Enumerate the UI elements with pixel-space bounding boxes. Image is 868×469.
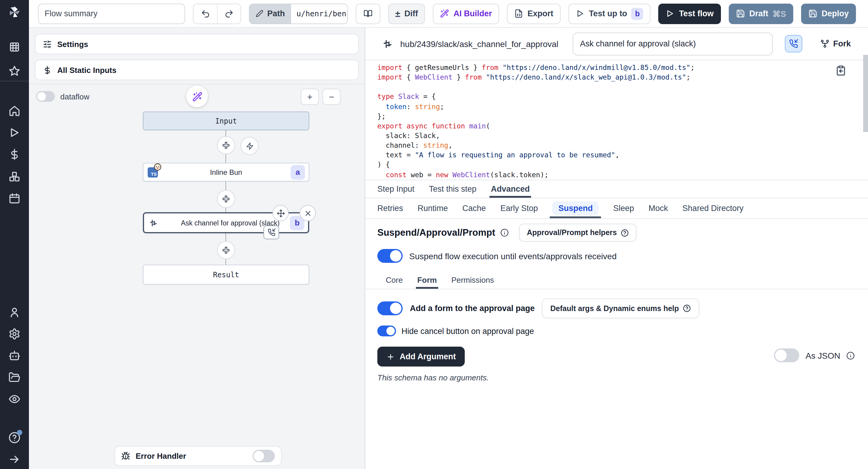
graph-zoom-controls: + − <box>301 89 341 105</box>
path-button[interactable]: Path u/henri/ben <box>249 3 348 24</box>
move-step-handle[interactable] <box>273 205 289 221</box>
dollar-icon <box>43 65 52 74</box>
gear-icon[interactable] <box>8 328 21 340</box>
user-icon[interactable] <box>8 306 21 318</box>
app-rail <box>0 0 29 469</box>
error-handler-label: Error Handler <box>135 451 247 461</box>
step-title-input[interactable] <box>573 32 773 55</box>
suspend-mode-button[interactable] <box>785 35 803 53</box>
diff-button[interactable]: ± Diff <box>388 3 425 24</box>
boxes-icon[interactable] <box>8 170 21 183</box>
zoom-out-button[interactable]: − <box>322 89 341 105</box>
tab-suspend[interactable]: Suspend <box>545 198 606 218</box>
tab-shared-directory[interactable]: Shared Directory <box>675 198 751 218</box>
ai-flow-wand-button[interactable] <box>186 86 208 107</box>
suspend-heading: Suspend/Approval/Prompt <box>377 227 495 238</box>
flow-node-inline-bun[interactable]: TS Inline Bun a <box>143 163 309 182</box>
zap-icon <box>246 142 253 150</box>
insert-step-button[interactable] <box>217 190 235 208</box>
dollar-icon[interactable] <box>8 148 21 160</box>
wand-icon <box>192 91 202 101</box>
star-icon[interactable] <box>8 65 21 77</box>
error-handler-toggle[interactable] <box>253 450 275 462</box>
arrow-right-icon[interactable] <box>8 453 21 465</box>
path-value: u/henri/ben <box>291 4 347 23</box>
rail-divider <box>0 81 29 82</box>
script-path[interactable]: hub/2439/slack/ask_channel_for_approval <box>400 39 558 49</box>
tab-cache[interactable]: Cache <box>455 198 493 218</box>
eye-icon[interactable] <box>8 393 21 405</box>
add-argument-button[interactable]: Add Argument <box>377 347 465 367</box>
tab-step-input[interactable]: Step Input <box>370 180 422 198</box>
ai-builder-button[interactable]: AI Builder <box>433 3 499 24</box>
insert-step-button[interactable] <box>217 136 235 154</box>
building-icon[interactable] <box>8 41 21 53</box>
save-icon <box>736 9 745 18</box>
suspend-toggle-label: Suspend flow execution until events/appr… <box>409 251 617 261</box>
undo-button[interactable] <box>193 4 217 23</box>
path-label: Path <box>267 9 285 18</box>
all-static-inputs-button[interactable]: All Static Inputs <box>35 60 359 80</box>
folder-open-icon[interactable] <box>8 371 21 383</box>
flow-node-result[interactable]: Result <box>143 264 309 285</box>
docs-button[interactable] <box>355 3 380 24</box>
windmill-logo-icon[interactable] <box>7 5 22 19</box>
tab-permissions[interactable]: Permissions <box>444 271 501 289</box>
close-icon <box>304 209 312 217</box>
file-export-icon <box>514 9 523 18</box>
redo-button[interactable] <box>217 4 241 23</box>
advanced-tabs: Retries Runtime Cache Early Stop Suspend… <box>365 198 868 219</box>
play-outline-icon <box>666 9 675 18</box>
as-json-toggle[interactable] <box>774 348 800 362</box>
dataflow-toggle[interactable] <box>36 91 55 102</box>
flow-settings-button[interactable]: Settings <box>35 34 359 54</box>
empty-schema-note: This schema has no arguments. <box>377 373 489 382</box>
zoom-in-button[interactable]: + <box>301 89 319 105</box>
export-button[interactable]: Export <box>507 3 561 24</box>
code-editor[interactable]: import { getResumeUrls } from "https://d… <box>365 60 868 180</box>
tab-form[interactable]: Form <box>410 271 444 289</box>
info-icon[interactable] <box>500 228 508 237</box>
draft-button[interactable]: Draft ⌘S <box>729 3 793 24</box>
delete-step-button[interactable] <box>300 205 316 221</box>
tab-advanced[interactable]: Advanced <box>484 180 537 198</box>
deploy-button[interactable]: Deploy <box>801 3 856 24</box>
default-args-help-button[interactable]: Default args & Dynamic enums help <box>542 299 700 318</box>
trigger-button[interactable] <box>241 137 258 155</box>
suspend-toggle[interactable] <box>377 249 403 263</box>
approval-prompt-helpers-button[interactable]: Approval/Prompt helpers <box>519 224 637 242</box>
typescript-icon: TS <box>148 167 158 177</box>
insert-step-button[interactable] <box>217 241 235 259</box>
tab-retries[interactable]: Retries <box>370 198 410 218</box>
tab-core[interactable]: Core <box>378 271 410 289</box>
hide-cancel-toggle[interactable] <box>377 325 396 336</box>
test-up-to-button[interactable]: Test up to b <box>568 3 651 24</box>
notification-dot <box>17 430 22 435</box>
flow-node-input[interactable]: Input <box>143 112 309 130</box>
wand-icon <box>440 9 450 18</box>
scrollbar-thumb[interactable] <box>863 55 868 132</box>
paste-icon[interactable] <box>835 65 846 76</box>
draft-shortcut: ⌘S <box>772 9 786 19</box>
undo-icon <box>201 9 210 19</box>
flow-node-approval-selected[interactable]: Ask channel for approval (slack) b <box>143 212 309 233</box>
robot-icon[interactable] <box>8 350 21 362</box>
tab-runtime[interactable]: Runtime <box>410 198 456 218</box>
tab-sleep[interactable]: Sleep <box>606 198 641 218</box>
tab-mock[interactable]: Mock <box>641 198 675 218</box>
tab-early-stop[interactable]: Early Stop <box>493 198 545 218</box>
play-icon[interactable] <box>8 127 21 139</box>
test-flow-button[interactable]: Test flow <box>658 3 721 24</box>
flow-summary-input[interactable] <box>38 3 185 24</box>
home-icon[interactable] <box>8 105 21 117</box>
info-icon[interactable] <box>846 351 855 359</box>
help-icon[interactable] <box>8 432 21 444</box>
diff-icon: ± <box>395 8 400 19</box>
add-form-toggle[interactable] <box>377 302 403 315</box>
phone-incoming-icon <box>789 39 798 48</box>
tab-test-this-step[interactable]: Test this step <box>422 180 484 198</box>
sliders-icon <box>43 39 52 49</box>
fork-button[interactable]: Fork <box>821 39 851 48</box>
calendar-icon[interactable] <box>8 192 21 205</box>
plus-icon <box>386 352 395 361</box>
